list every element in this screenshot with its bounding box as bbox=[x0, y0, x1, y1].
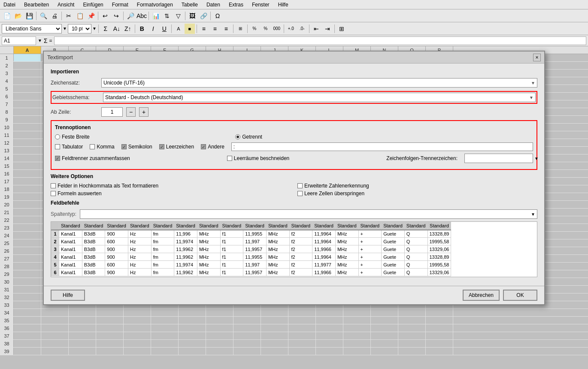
preview-cell[interactable]: Guete bbox=[382, 269, 405, 276]
preview-cell[interactable]: MHz bbox=[335, 238, 358, 245]
erweiterte-label[interactable]: Erweiterte Zahlenerkennung bbox=[297, 183, 537, 189]
menu-hilfe[interactable]: Hilfe bbox=[276, 1, 290, 8]
dec-dec-btn[interactable]: .0- bbox=[297, 24, 307, 34]
preview-cell[interactable]: fm bbox=[151, 230, 174, 238]
preview-cell[interactable]: Q bbox=[404, 261, 427, 269]
preview-cell[interactable]: 13329,06 bbox=[427, 245, 451, 253]
leere-label[interactable]: Leere Zellen überspringen bbox=[297, 191, 537, 197]
dialog-close-button[interactable]: × bbox=[533, 54, 541, 61]
preview-cell[interactable]: 11,9957 bbox=[243, 269, 267, 276]
leerzeichen-check[interactable] bbox=[159, 144, 164, 149]
dec-inc-btn[interactable]: +.0 bbox=[286, 24, 296, 34]
preview-cell[interactable]: Kanal1 bbox=[59, 238, 82, 245]
preview-cell[interactable]: 900 bbox=[105, 253, 128, 261]
preview-cell[interactable]: 11,996 bbox=[174, 230, 197, 238]
preview-cell[interactable]: Q bbox=[404, 245, 427, 253]
table-row[interactable]: 1 Kanal1 B3dB 900 Hz fm 11,996 MHz f1 bbox=[52, 230, 451, 238]
preview-cell[interactable]: B3dB bbox=[82, 269, 105, 276]
chart-btn[interactable]: 📊 bbox=[151, 11, 161, 21]
preview-cell[interactable]: Q bbox=[404, 269, 427, 276]
ab-zeile-increment-button[interactable]: + bbox=[139, 107, 149, 117]
print-btn[interactable]: 🖨 bbox=[49, 11, 60, 21]
indent-dec-btn[interactable]: ⇤ bbox=[311, 24, 321, 34]
sort-btn[interactable]: ⇅ bbox=[162, 11, 172, 21]
getrennt-radio[interactable] bbox=[235, 134, 240, 139]
preview-cell[interactable]: + bbox=[358, 253, 382, 261]
font-size-select[interactable]: 10 pt bbox=[68, 24, 91, 33]
ab-zeile-decrement-button[interactable]: − bbox=[126, 107, 136, 117]
preview-cell[interactable]: MHz bbox=[197, 238, 220, 245]
hilfe-button[interactable]: Hilfe bbox=[51, 290, 85, 301]
preview-cell[interactable]: fm bbox=[151, 238, 174, 245]
preview-cell[interactable]: Guete bbox=[382, 253, 405, 261]
preview-cell[interactable]: fm bbox=[151, 261, 174, 269]
komma-check[interactable] bbox=[90, 144, 95, 149]
preview-cell[interactable]: f1 bbox=[220, 253, 243, 261]
currency-btn[interactable]: % bbox=[249, 24, 260, 34]
autofilter-btn[interactable]: ▽ bbox=[173, 11, 183, 21]
preview-cell[interactable]: 900 bbox=[105, 230, 128, 238]
getrennt-label[interactable]: Getrennt bbox=[235, 134, 262, 140]
preview-cell[interactable]: Guete bbox=[382, 238, 405, 245]
leerraeume-label[interactable]: Leerräume beschneiden bbox=[227, 155, 289, 161]
preview-cell[interactable]: 19995,58 bbox=[427, 238, 451, 245]
preview-cell[interactable]: + bbox=[358, 238, 382, 245]
ok-button[interactable]: OK bbox=[503, 290, 537, 301]
sort-za-btn[interactable]: Z↑ bbox=[123, 24, 133, 34]
preview-cell[interactable]: 11,9966 bbox=[312, 245, 336, 253]
cut-btn[interactable]: ✂ bbox=[64, 11, 74, 21]
preview-cell[interactable]: 11,9962 bbox=[174, 253, 197, 261]
preview-cell[interactable]: 11,9962 bbox=[174, 269, 197, 276]
paste-btn[interactable]: 📌 bbox=[86, 11, 96, 21]
preview-cell[interactable]: B3dB bbox=[82, 230, 105, 238]
preview-cell[interactable]: Guete bbox=[382, 245, 405, 253]
andere-value-input[interactable] bbox=[231, 142, 533, 151]
semikolon-label[interactable]: Semikolon bbox=[121, 144, 152, 150]
leere-check[interactable] bbox=[297, 191, 303, 196]
preview-cell[interactable]: 11,997 bbox=[243, 238, 267, 245]
gebietsschema-select[interactable]: Standard - Deutsch (Deutschland) ▼ bbox=[103, 93, 536, 102]
preview-cell[interactable]: MHz bbox=[266, 269, 289, 276]
preview-cell[interactable]: f1 bbox=[220, 245, 243, 253]
preview-cell[interactable]: MHz bbox=[197, 253, 220, 261]
omega-btn[interactable]: Ω bbox=[212, 11, 223, 21]
preview-cell[interactable]: Hz bbox=[128, 238, 151, 245]
preview-cell[interactable]: Hz bbox=[128, 261, 151, 269]
tabulator-label[interactable]: Tabulator bbox=[55, 144, 83, 150]
formula-sum-icon[interactable]: Σ bbox=[44, 37, 48, 44]
menu-bearbeiten[interactable]: Bearbeiten bbox=[22, 1, 51, 8]
ab-zeile-input[interactable] bbox=[101, 107, 123, 117]
preview-cell[interactable]: 11,9974 bbox=[174, 261, 197, 269]
preview-cell[interactable]: 13328,89 bbox=[427, 230, 451, 238]
preview-cell[interactable]: + bbox=[358, 261, 382, 269]
menu-daten[interactable]: Daten bbox=[205, 1, 222, 8]
preview-cell[interactable]: MHz bbox=[197, 230, 220, 238]
preview-cell[interactable]: 11,9964 bbox=[312, 238, 336, 245]
find-btn[interactable]: 🔎 bbox=[125, 11, 136, 21]
font-name-dropdown-icon[interactable]: ▼ bbox=[63, 26, 67, 31]
formula-equals-icon[interactable]: = bbox=[49, 38, 52, 44]
preview-cell[interactable]: B3dB bbox=[82, 253, 105, 261]
preview-cell[interactable]: 11,9974 bbox=[174, 238, 197, 245]
menu-extras[interactable]: Extras bbox=[227, 1, 245, 8]
bg-color-btn[interactable]: ■ bbox=[185, 24, 195, 34]
tabulator-check[interactable] bbox=[55, 144, 60, 149]
preview-cell[interactable]: Hz bbox=[128, 245, 151, 253]
formeln-label[interactable]: Formeln auswerten bbox=[51, 191, 291, 197]
preview-cell[interactable]: MHz bbox=[335, 230, 358, 238]
preview-cell[interactable]: Guete bbox=[382, 230, 405, 238]
link-btn[interactable]: 🔗 bbox=[198, 11, 209, 21]
preview-cell[interactable]: 900 bbox=[105, 269, 128, 276]
menu-formatvorlagen[interactable]: Formatvorlagen bbox=[135, 1, 175, 8]
preview-cell[interactable]: + bbox=[358, 269, 382, 276]
img-btn[interactable]: 🖼 bbox=[187, 11, 197, 21]
preview-cell[interactable]: Q bbox=[404, 238, 427, 245]
align-right-btn[interactable]: ≡ bbox=[221, 24, 231, 34]
preview-cell[interactable]: MHz bbox=[197, 269, 220, 276]
print-preview-btn[interactable]: 🔍 bbox=[38, 11, 48, 21]
preview-cell[interactable]: B3dB bbox=[82, 238, 105, 245]
spaltentyp-dropdown-icon[interactable]: ▼ bbox=[529, 212, 537, 217]
preview-cell[interactable]: MHz bbox=[266, 230, 289, 238]
preview-cell[interactable]: fm bbox=[151, 253, 174, 261]
sum-btn[interactable]: Σ bbox=[100, 24, 111, 34]
